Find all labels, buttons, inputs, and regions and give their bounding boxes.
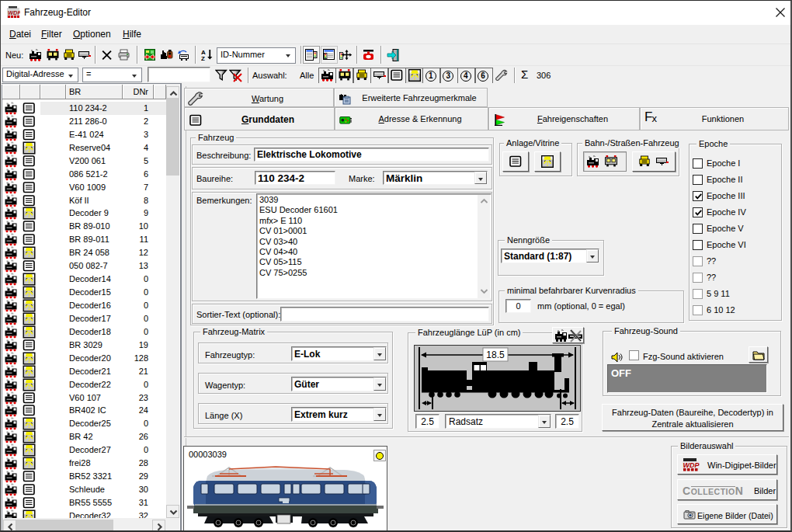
svg-text:WDP: WDP (8, 9, 20, 16)
svg-text:18.5: 18.5 (486, 349, 505, 360)
